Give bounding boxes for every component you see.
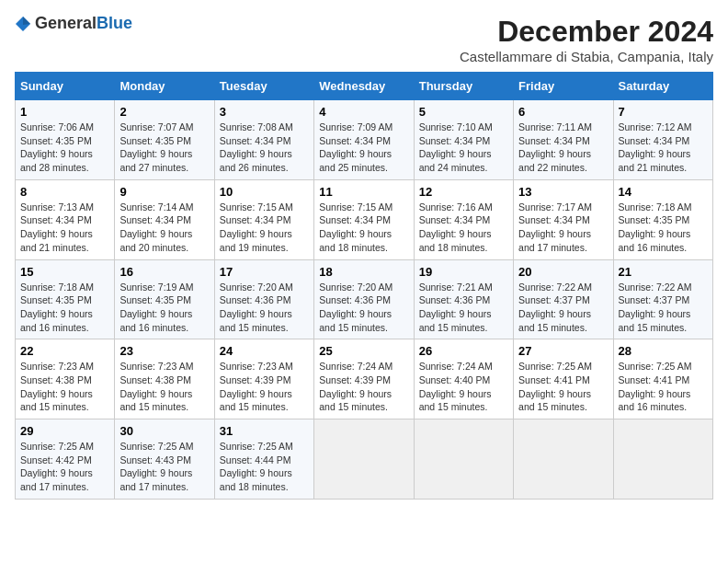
calendar-cell: [613, 419, 712, 500]
day-detail: Sunrise: 7:25 AMSunset: 4:44 PMDaylight:…: [220, 440, 309, 494]
sunrise-text: Sunrise: 7:10 AM: [419, 121, 508, 134]
day-number: 20: [518, 265, 608, 279]
day-detail: Sunrise: 7:07 AMSunset: 4:35 PMDaylight:…: [119, 121, 209, 175]
calendar-table: SundayMondayTuesdayWednesdayThursdayFrid…: [15, 72, 713, 500]
sunset-text: Sunset: 4:36 PM: [319, 293, 408, 307]
week-row-4: 22Sunrise: 7:23 AMSunset: 4:38 PMDayligh…: [16, 339, 713, 419]
sunset-text: Sunset: 4:35 PM: [20, 293, 109, 307]
daylight-text: Daylight: 9 hours and 18 minutes.: [419, 227, 508, 254]
sunset-text: Sunset: 4:42 PM: [20, 454, 109, 467]
calendar-cell: 14Sunrise: 7:18 AMSunset: 4:35 PMDayligh…: [613, 179, 712, 259]
day-number: 27: [518, 344, 608, 358]
sunset-text: Sunset: 4:34 PM: [20, 213, 109, 227]
sunrise-text: Sunrise: 7:09 AM: [319, 121, 408, 134]
day-number: 31: [220, 424, 309, 438]
day-number: 12: [419, 185, 508, 199]
day-detail: Sunrise: 7:25 AMSunset: 4:42 PMDaylight:…: [20, 440, 109, 494]
day-detail: Sunrise: 7:22 AMSunset: 4:37 PMDaylight:…: [518, 281, 608, 335]
daylight-text: Daylight: 9 hours and 15 minutes.: [419, 387, 508, 414]
sunrise-text: Sunrise: 7:11 AM: [518, 121, 608, 134]
day-number: 24: [220, 344, 309, 358]
sunrise-text: Sunrise: 7:16 AM: [419, 201, 508, 214]
daylight-text: Daylight: 9 hours and 15 minutes.: [319, 387, 408, 414]
calendar-cell: 15Sunrise: 7:18 AMSunset: 4:35 PMDayligh…: [16, 259, 115, 339]
sunrise-text: Sunrise: 7:20 AM: [319, 281, 408, 294]
week-row-1: 1Sunrise: 7:06 AMSunset: 4:35 PMDaylight…: [16, 100, 713, 180]
sunset-text: Sunset: 4:37 PM: [619, 293, 708, 307]
column-header-wednesday: Wednesday: [314, 73, 414, 100]
sunrise-text: Sunrise: 7:20 AM: [220, 281, 309, 294]
day-number: 5: [419, 105, 508, 119]
sunrise-text: Sunrise: 7:18 AM: [20, 281, 109, 294]
sunrise-text: Sunrise: 7:14 AM: [119, 201, 209, 214]
daylight-text: Daylight: 9 hours and 17 minutes.: [518, 227, 608, 254]
calendar-cell: 28Sunrise: 7:25 AMSunset: 4:41 PMDayligh…: [613, 339, 712, 419]
day-detail: Sunrise: 7:24 AMSunset: 4:40 PMDaylight:…: [419, 360, 508, 414]
calendar-cell: 3Sunrise: 7:08 AMSunset: 4:34 PMDaylight…: [214, 100, 313, 180]
day-number: 7: [619, 105, 708, 119]
daylight-text: Daylight: 9 hours and 16 minutes.: [20, 307, 109, 334]
sunset-text: Sunset: 4:35 PM: [119, 134, 209, 148]
daylight-text: Daylight: 9 hours and 25 minutes.: [319, 147, 408, 174]
week-row-3: 15Sunrise: 7:18 AMSunset: 4:35 PMDayligh…: [16, 259, 713, 339]
day-detail: Sunrise: 7:21 AMSunset: 4:36 PMDaylight:…: [419, 281, 508, 335]
calendar-cell: 30Sunrise: 7:25 AMSunset: 4:43 PMDayligh…: [115, 419, 214, 500]
day-detail: Sunrise: 7:18 AMSunset: 4:35 PMDaylight:…: [619, 201, 708, 255]
daylight-text: Daylight: 9 hours and 15 minutes.: [20, 387, 109, 414]
day-detail: Sunrise: 7:20 AMSunset: 4:36 PMDaylight:…: [220, 281, 309, 335]
title-block: December 2024 Castellammare di Stabia, C…: [460, 15, 713, 64]
column-header-sunday: Sunday: [16, 73, 115, 100]
logo-text-general: General: [35, 14, 97, 32]
day-detail: Sunrise: 7:25 AMSunset: 4:41 PMDaylight:…: [619, 360, 708, 414]
sunrise-text: Sunrise: 7:21 AM: [419, 281, 508, 294]
daylight-text: Daylight: 9 hours and 28 minutes.: [20, 147, 109, 174]
day-detail: Sunrise: 7:15 AMSunset: 4:34 PMDaylight:…: [319, 201, 408, 255]
daylight-text: Daylight: 9 hours and 21 minutes.: [20, 227, 109, 254]
daylight-text: Daylight: 9 hours and 20 minutes.: [119, 227, 209, 254]
sunrise-text: Sunrise: 7:23 AM: [220, 360, 309, 373]
daylight-text: Daylight: 9 hours and 15 minutes.: [119, 387, 209, 414]
calendar-cell: 26Sunrise: 7:24 AMSunset: 4:40 PMDayligh…: [414, 339, 513, 419]
day-number: 25: [319, 344, 408, 358]
sunrise-text: Sunrise: 7:17 AM: [518, 201, 608, 214]
sunrise-text: Sunrise: 7:25 AM: [20, 440, 109, 454]
day-detail: Sunrise: 7:10 AMSunset: 4:34 PMDaylight:…: [419, 121, 508, 175]
svg-marker-1: [23, 17, 30, 25]
calendar-cell: 10Sunrise: 7:15 AMSunset: 4:34 PMDayligh…: [214, 179, 313, 259]
sunset-text: Sunset: 4:34 PM: [419, 134, 508, 148]
sunset-text: Sunset: 4:38 PM: [20, 373, 109, 387]
column-header-tuesday: Tuesday: [214, 73, 313, 100]
day-detail: Sunrise: 7:06 AMSunset: 4:35 PMDaylight:…: [20, 121, 109, 175]
day-number: 19: [419, 265, 508, 279]
day-number: 11: [319, 185, 408, 199]
week-row-5: 29Sunrise: 7:25 AMSunset: 4:42 PMDayligh…: [16, 419, 713, 500]
sunrise-text: Sunrise: 7:15 AM: [220, 201, 309, 214]
calendar-cell: 23Sunrise: 7:23 AMSunset: 4:38 PMDayligh…: [115, 339, 214, 419]
sunset-text: Sunset: 4:35 PM: [119, 293, 209, 307]
sunset-text: Sunset: 4:35 PM: [20, 134, 109, 148]
day-detail: Sunrise: 7:24 AMSunset: 4:39 PMDaylight:…: [319, 360, 408, 414]
calendar-cell: 19Sunrise: 7:21 AMSunset: 4:36 PMDayligh…: [414, 259, 513, 339]
sunset-text: Sunset: 4:34 PM: [220, 213, 309, 227]
sunset-text: Sunset: 4:36 PM: [220, 293, 309, 307]
daylight-text: Daylight: 9 hours and 18 minutes.: [220, 466, 309, 493]
calendar-cell: 12Sunrise: 7:16 AMSunset: 4:34 PMDayligh…: [414, 179, 513, 259]
day-number: 17: [220, 265, 309, 279]
daylight-text: Daylight: 9 hours and 15 minutes.: [220, 387, 309, 414]
calendar-cell: 20Sunrise: 7:22 AMSunset: 4:37 PMDayligh…: [514, 259, 613, 339]
sunrise-text: Sunrise: 7:18 AM: [619, 201, 708, 214]
calendar-cell: 29Sunrise: 7:25 AMSunset: 4:42 PMDayligh…: [16, 419, 115, 500]
day-number: 1: [20, 105, 109, 119]
sunset-text: Sunset: 4:34 PM: [619, 134, 708, 148]
day-number: 15: [20, 265, 109, 279]
sunrise-text: Sunrise: 7:24 AM: [419, 360, 508, 373]
sunset-text: Sunset: 4:40 PM: [419, 373, 508, 387]
sunrise-text: Sunrise: 7:06 AM: [20, 121, 109, 134]
sunrise-text: Sunrise: 7:25 AM: [518, 360, 608, 373]
calendar-cell: 2Sunrise: 7:07 AMSunset: 4:35 PMDaylight…: [115, 100, 214, 180]
day-number: 23: [119, 344, 209, 358]
sunrise-text: Sunrise: 7:23 AM: [20, 360, 109, 373]
day-detail: Sunrise: 7:11 AMSunset: 4:34 PMDaylight:…: [518, 121, 608, 175]
logo-icon: [15, 16, 31, 32]
calendar-cell: 11Sunrise: 7:15 AMSunset: 4:34 PMDayligh…: [314, 179, 414, 259]
